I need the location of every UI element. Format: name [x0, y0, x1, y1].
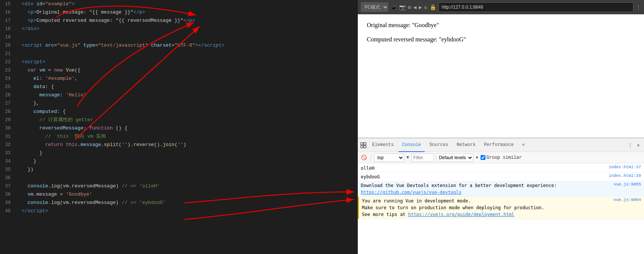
- browser-preview: Original message: "Goodbye" Computed rev…: [358, 14, 644, 138]
- forward-icon[interactable]: ▶: [419, 4, 422, 11]
- code-line: 19: [0, 33, 358, 41]
- tab-elements[interactable]: Elements: [368, 138, 398, 152]
- code-editor: 15 <div id="example">16 <p>Original mess…: [0, 0, 358, 254]
- line-content: <p>Computed reversed message: "{{ revers…: [14, 17, 358, 25]
- right-panel: PC模式 📱 📷 ⚙ ◀ ▶ ↻ 🔒 ⋮ Original message: "…: [358, 0, 644, 254]
- settings-icon[interactable]: ⚙: [408, 4, 411, 11]
- refresh-icon[interactable]: ↻: [424, 4, 427, 11]
- tab-console[interactable]: Console: [398, 138, 425, 152]
- line-number: 30: [0, 124, 14, 132]
- group-similar-checkbox[interactable]: [481, 155, 485, 160]
- console-entry-text: olleH: [361, 165, 606, 172]
- line-content: },: [14, 99, 358, 108]
- filter-input[interactable]: [411, 154, 434, 162]
- svg-rect-1: [361, 143, 363, 145]
- context-dropdown-arrow: ▼: [406, 155, 409, 160]
- context-selector[interactable]: top: [374, 154, 404, 162]
- console-source[interactable]: index.html:39: [609, 173, 641, 178]
- tab-sources[interactable]: Sources: [426, 138, 452, 152]
- url-bar[interactable]: [438, 2, 633, 12]
- code-line: 15 <div id="example">: [0, 0, 358, 8]
- level-dropdown-arrow: ▼: [476, 155, 478, 160]
- browser-toolbar: PC模式 📱 📷 ⚙ ◀ ▶ ↻ 🔒 ⋮: [358, 0, 644, 14]
- console-source[interactable]: vue.js:9055: [613, 182, 641, 187]
- back-icon[interactable]: ◀: [413, 4, 416, 11]
- line-number: 20: [0, 41, 14, 50]
- line-number: 15: [0, 0, 14, 8]
- code-line: 35 }): [0, 166, 358, 174]
- more-icon[interactable]: ⋮: [636, 4, 641, 11]
- devtools-close-icon[interactable]: ✕: [634, 141, 642, 149]
- svg-rect-2: [364, 143, 366, 145]
- line-number: 23: [0, 66, 14, 75]
- code-line: 34 }: [0, 157, 358, 166]
- line-number: 34: [0, 157, 14, 166]
- line-number: 25: [0, 83, 14, 91]
- console-entry: eybdooGindex.html:39: [358, 173, 644, 181]
- code-line: 36: [0, 174, 358, 182]
- line-content: computed: {: [14, 108, 358, 116]
- line-number: 16: [0, 8, 14, 17]
- line-number: 28: [0, 108, 14, 116]
- console-source[interactable]: index.html:37: [609, 165, 641, 169]
- code-line: 21: [0, 50, 358, 58]
- line-content: // `this` 指向 vm 实例: [14, 132, 358, 141]
- line-content: el: '#example',: [14, 75, 358, 83]
- line-number: 38: [0, 190, 14, 199]
- level-select[interactable]: Default levels: [436, 154, 473, 162]
- code-line: 16 <p>Original message: "{{ message }}"<…: [0, 8, 358, 17]
- console-entry: olleHindex.html:37: [358, 164, 644, 173]
- clear-console-btn[interactable]: 🚫: [360, 154, 368, 161]
- devtools-settings-icon[interactable]: ⋮: [626, 141, 634, 149]
- line-content: }: [14, 157, 358, 166]
- code-line: 37 console.log(vm.reversedMessage) // =>…: [0, 182, 358, 190]
- preview-line2: Computed reversed message: "eybdooG": [367, 36, 635, 43]
- line-number: 27: [0, 99, 14, 108]
- console-entry-text: You are running Vue in development mode.…: [362, 198, 610, 218]
- mode-selector[interactable]: PC模式: [361, 2, 388, 12]
- devtools-inspect-icon[interactable]: [359, 141, 368, 149]
- line-content: reversedMessage: function () {: [14, 124, 358, 132]
- code-lines: 15 <div id="example">16 <p>Original mess…: [0, 0, 358, 215]
- code-line: 29 // 计算属性的 getter: [0, 116, 358, 124]
- line-content: }): [14, 166, 358, 174]
- code-line: 28 computed: {: [0, 108, 358, 116]
- line-number: 22: [0, 58, 14, 66]
- line-content: </script>: [14, 207, 358, 215]
- preview-line1: Original message: "Goodbye": [367, 22, 635, 29]
- tab-more[interactable]: »: [518, 138, 528, 152]
- code-line: 22 <script>: [0, 58, 358, 66]
- line-content: var vm = new Vue({: [14, 66, 358, 75]
- lock-icon: 🔒: [430, 4, 436, 11]
- line-number: 36: [0, 174, 14, 182]
- line-content: return this.message.split('').reverse().…: [14, 141, 358, 149]
- code-line: 30 reversedMessage: function () {: [0, 124, 358, 132]
- line-number: 21: [0, 50, 14, 58]
- group-similar-label[interactable]: Group similar: [481, 155, 522, 160]
- console-link[interactable]: https://github.com/vuejs/vue-devtools: [361, 190, 461, 195]
- code-line: 39 console.log(vm.reversedMessage) // =>…: [0, 199, 358, 207]
- console-link[interactable]: https://vuejs.org/guide/deployment.html: [408, 212, 514, 217]
- screenshot-icon[interactable]: 📷: [399, 4, 406, 11]
- line-number: 33: [0, 149, 14, 157]
- console-toolbar: 🚫 top ▼ Default levels ▼ Group similar: [358, 152, 644, 163]
- line-content: </div>: [14, 25, 358, 33]
- tab-network[interactable]: Network: [453, 138, 479, 152]
- code-line: 26 message: 'Hello': [0, 91, 358, 99]
- devtools-actions: ⋮ ✕: [626, 141, 642, 149]
- console-source[interactable]: vue.js:9064: [613, 198, 641, 202]
- console-entry-text: Download the Vue Devtools extension for …: [361, 182, 610, 196]
- line-content: data: {: [14, 83, 358, 91]
- tab-performance[interactable]: Performance: [480, 138, 517, 152]
- line-number: 19: [0, 33, 14, 41]
- code-line: 40 </script>: [0, 207, 358, 215]
- code-line: 27 },: [0, 99, 358, 108]
- line-content: message: 'Hello': [14, 91, 358, 99]
- line-number: 26: [0, 91, 14, 99]
- device-icon[interactable]: 📱: [391, 4, 397, 11]
- devtools-header: Elements Console Sources Network Perform…: [358, 138, 644, 152]
- code-line: 17 <p>Computed reversed message: "{{ rev…: [0, 17, 358, 25]
- console-entry: You are running Vue in development mode.…: [358, 197, 644, 219]
- line-content: <script>: [14, 58, 358, 66]
- line-number: 35: [0, 166, 14, 174]
